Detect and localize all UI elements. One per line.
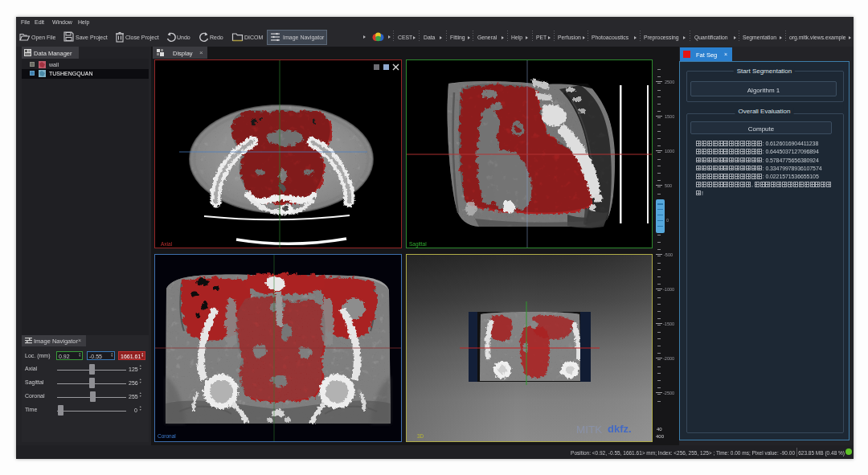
svg-text:dkfz.: dkfz. xyxy=(608,423,632,435)
svg-text:MITK: MITK xyxy=(576,424,602,436)
svg-text:Axial: Axial xyxy=(161,241,173,247)
svg-text:Sagittal: Sagittal xyxy=(409,241,427,248)
svg-text:3D: 3D xyxy=(417,433,424,439)
svg-text:Coronal: Coronal xyxy=(158,433,176,439)
